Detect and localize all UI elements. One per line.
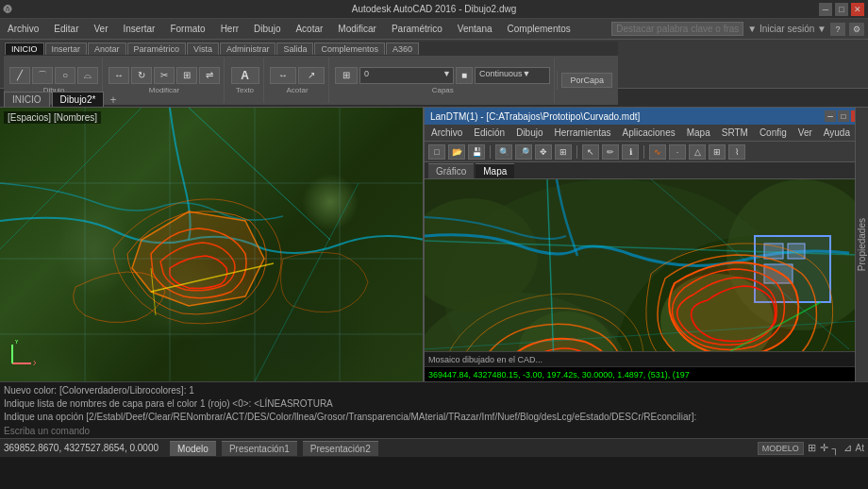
lt-menu-config[interactable]: Config (757, 127, 790, 138)
subtab-grafico[interactable]: Gráfico (428, 163, 474, 178)
move-tool[interactable]: ↔ (108, 67, 129, 84)
dim-arrow[interactable]: ↗ (298, 67, 325, 84)
tab-salida[interactable]: Salida (276, 42, 313, 55)
landtm-min-btn[interactable]: ─ (825, 110, 836, 122)
lt-menu-mapa[interactable]: Mapa (684, 127, 713, 138)
circle-tool[interactable]: ○ (55, 67, 75, 84)
menu-dibujo[interactable]: Dibujo (250, 22, 284, 36)
lt-menu-ver[interactable]: Ver (795, 127, 815, 138)
autocad-drawing-panel[interactable]: [Espacios] [Nombres] (0, 108, 425, 381)
lt-menu-herramientas[interactable]: Herramientas (552, 127, 614, 138)
svg-line-10 (255, 183, 359, 381)
menu-archivo[interactable]: Archivo (4, 22, 42, 36)
snap-toggle[interactable]: ✛ (820, 442, 828, 454)
layer-selector[interactable]: 0 ▼ (359, 67, 454, 84)
layer-props[interactable]: ⊞ (335, 67, 358, 84)
window-controls: ─ □ ✕ (819, 3, 864, 16)
menu-herr[interactable]: Herr (217, 22, 242, 36)
tab-vista[interactable]: Vista (187, 42, 219, 55)
lt-menu-srtm[interactable]: SRTM (719, 127, 751, 138)
layer-color[interactable]: ■ (456, 67, 473, 84)
landtm-status-text: Mosaico dibujado en el CAD... (428, 355, 542, 364)
lt-contours[interactable]: ∿ (649, 144, 666, 160)
menu-ver[interactable]: Ver (90, 22, 111, 36)
lt-extent[interactable]: ⊞ (555, 144, 572, 160)
arc-tool[interactable]: ⌓ (77, 67, 98, 84)
autocad-status-bar: 369852.8670, 4327527.8654, 0.0000 Modelo… (0, 438, 868, 457)
menu-modificar[interactable]: Modificar (334, 22, 380, 36)
lt-points[interactable]: · (669, 144, 686, 160)
lt-zoom-out[interactable]: 🔎 (515, 144, 532, 160)
lt-pan[interactable]: ✥ (535, 144, 552, 160)
tab-home[interactable]: INICIO (4, 92, 50, 107)
scale-tool[interactable]: ⊞ (176, 67, 197, 84)
lt-zoom-in[interactable]: 🔍 (495, 144, 512, 160)
lt-draw[interactable]: ✏ (602, 144, 619, 160)
trim-tool[interactable]: ✂ (154, 67, 175, 84)
presentation1-tab[interactable]: Presentación1 (222, 441, 297, 456)
tab-administrar[interactable]: Administrar (220, 42, 276, 55)
tab-complementos[interactable]: Complementos (314, 42, 385, 55)
landtm-map[interactable] (425, 179, 868, 351)
mirror-tool[interactable]: ⇌ (199, 67, 220, 84)
add-tab-button[interactable]: + (109, 93, 116, 107)
menu-insertar[interactable]: Insertar (120, 22, 159, 36)
porcapa-button[interactable]: PorCapa (561, 73, 612, 88)
menu-editar[interactable]: Editar (50, 22, 82, 36)
modelo-button[interactable]: MODELO (758, 442, 804, 455)
lt-open[interactable]: 📂 (448, 144, 465, 160)
grid-toggle[interactable]: ⊞ (808, 442, 816, 454)
modificar-label: Modificar (149, 86, 179, 94)
lt-profile[interactable]: ⌇ (728, 144, 745, 160)
maximize-button[interactable]: □ (835, 3, 848, 16)
menu-formato[interactable]: Formato (166, 22, 209, 36)
lt-new[interactable]: □ (428, 144, 445, 160)
cmd-line-1: Nuevo color: [Colorverdadero/Librocolore… (4, 384, 864, 397)
cmd-line-2: Indique lista de nombres de capa para el… (4, 397, 864, 411)
polar-toggle[interactable]: ⊿ (843, 442, 852, 454)
tab-anotar[interactable]: Anotar (88, 42, 126, 55)
svg-text:Y: Y (14, 340, 20, 346)
lt-tin[interactable]: △ (689, 144, 706, 160)
landtm-max-btn[interactable]: □ (838, 110, 849, 122)
menu-acotar[interactable]: Acotar (292, 22, 326, 36)
lt-menu-archivo[interactable]: Archivo (428, 127, 465, 138)
subtab-mapa[interactable]: Mapa (476, 163, 514, 178)
coord-display: 369852.8670, 4327527.8654, 0.0000 (4, 443, 159, 453)
tab-insertar[interactable]: Insertar (45, 42, 88, 55)
line-tool[interactable]: ╱ (9, 67, 30, 84)
menu-parametrico[interactable]: Paramétrico (388, 22, 446, 36)
toolbar-group-modificar: ↔ ↻ ✂ ⊞ ⇌ Modificar (105, 58, 225, 103)
lt-grid[interactable]: ⊞ (709, 144, 726, 160)
model-tab[interactable]: Modelo (170, 441, 216, 456)
lt-save[interactable]: 💾 (468, 144, 485, 160)
menu-complementos[interactable]: Complementos (504, 22, 575, 36)
minimize-button[interactable]: ─ (819, 3, 832, 16)
polyline-tool[interactable]: ⌒ (32, 67, 53, 84)
settings-icon[interactable]: ⚙ (849, 23, 864, 36)
help-button[interactable]: ▼ Iniciar sesión ▼ (747, 24, 826, 34)
dim-linear[interactable]: ↔ (270, 67, 296, 84)
landtm-status-bar: Mosaico dibujado en el CAD... (425, 351, 868, 366)
text-tool[interactable]: A (231, 67, 259, 84)
presentation2-tab[interactable]: Presentación2 (303, 441, 378, 456)
command-input[interactable] (4, 426, 864, 436)
landtm-toolbar: □ 📂 💾 🔍 🔎 ✥ ⊞ ↖ ✏ ℹ ∿ · △ ⊞ ⌇ (425, 142, 868, 162)
linetype-selector[interactable]: Continuous▼ (475, 67, 550, 84)
lt-menu-ayuda[interactable]: Ayuda (821, 127, 853, 138)
tab-dibujo2[interactable]: Dibujo2* (52, 92, 105, 107)
rotate-tool[interactable]: ↻ (131, 67, 152, 84)
search-input[interactable] (611, 22, 743, 36)
close-button[interactable]: ✕ (851, 3, 864, 16)
lt-select[interactable]: ↖ (582, 144, 599, 160)
tab-a360[interactable]: A360 (386, 42, 419, 55)
lt-menu-edicion[interactable]: Edición (471, 127, 508, 138)
menu-ventana[interactable]: Ventana (454, 22, 496, 36)
tab-parametrico[interactable]: Paramétrico (127, 42, 187, 55)
lt-info[interactable]: ℹ (622, 144, 639, 160)
tab-inicio[interactable]: INICIO (5, 42, 44, 55)
lt-menu-dibujo[interactable]: Dibujo (513, 127, 545, 138)
lt-menu-aplicaciones[interactable]: Aplicaciones (620, 127, 678, 138)
help-icon[interactable]: ? (830, 23, 845, 36)
ortho-toggle[interactable]: ┐ (832, 443, 840, 454)
